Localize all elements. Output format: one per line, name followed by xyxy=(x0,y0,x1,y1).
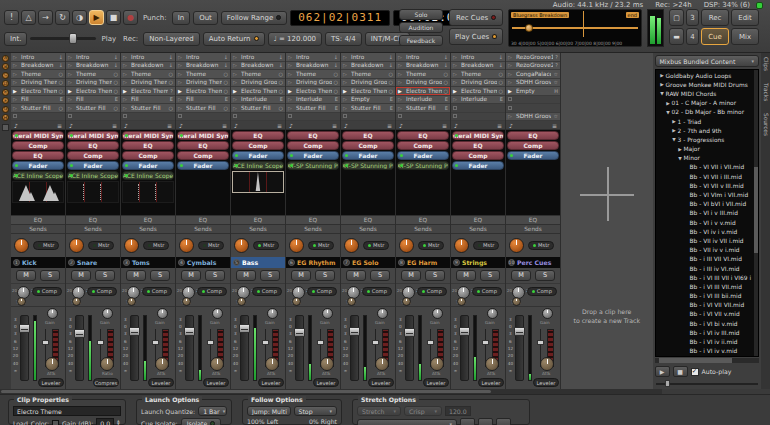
track-options-icon[interactable]: ≡ xyxy=(277,122,282,129)
auto-return-button[interactable]: Auto Return xyxy=(203,32,265,46)
clip-slot[interactable]: ▷Intro↓ xyxy=(341,53,395,62)
rec-cues-button[interactable]: Rec Cues xyxy=(449,9,503,26)
clip-play-icon[interactable]: ▷ xyxy=(343,79,349,85)
track-name-row[interactable]: 1Kick xyxy=(11,257,65,268)
comp-attack-knob[interactable] xyxy=(320,357,334,371)
comp-enable-button[interactable]: Comp xyxy=(307,287,337,296)
clip-play-icon[interactable]: ▷ xyxy=(453,96,459,102)
input-gain-knob[interactable] xyxy=(344,238,359,253)
time-signature-button[interactable]: TS: 4/4 xyxy=(325,32,362,46)
processor-xt-sp-stunning-pl[interactable]: XT-SP Stunning Pl xyxy=(397,161,449,170)
tree-expand-icon[interactable]: ▶ xyxy=(677,147,684,152)
clip-slot[interactable]: ▷Theme○ xyxy=(286,70,340,79)
eq-section-tab[interactable]: EQ xyxy=(286,215,340,224)
tree-item[interactable]: Bb - VI i v v.mid xyxy=(656,218,759,227)
comp-makeup-knob[interactable] xyxy=(72,297,81,306)
clip-slot[interactable]: ▶Electro Theme○ xyxy=(286,87,340,96)
comp-mode-button[interactable]: Leveler xyxy=(38,378,64,387)
track-name-row[interactable]: 3Toms xyxy=(121,257,175,268)
processor-eq[interactable]: EQ xyxy=(397,131,449,140)
cue-row-g-trigger-button[interactable]: G xyxy=(2,106,9,113)
clip-play-icon[interactable]: ▷ xyxy=(233,105,239,111)
clip-play-icon[interactable]: ▷ xyxy=(398,71,404,77)
makeup-gain-knob[interactable] xyxy=(322,308,333,319)
clip-slot[interactable]: ▷Stutter Fill○ xyxy=(176,104,230,113)
clip-slot[interactable]: ▷Breakdown↓ xyxy=(396,62,450,71)
tree-item[interactable]: Bb - i VI iv v.mid xyxy=(656,347,759,356)
clip-slot[interactable]: ▶Electro Theme○ xyxy=(231,87,285,96)
mute-button[interactable]: M xyxy=(346,270,366,281)
fader-handle[interactable] xyxy=(349,327,360,336)
clip-slot[interactable]: ▷InterludeE xyxy=(231,96,285,105)
cue-row-h-trigger-button[interactable]: H xyxy=(2,114,9,121)
sends-section-tab[interactable]: Sends xyxy=(286,224,340,233)
solo-button[interactable]: S xyxy=(150,270,170,281)
comp-makeup-knob[interactable] xyxy=(127,297,136,306)
fader-handle[interactable] xyxy=(129,327,140,336)
comp-makeup-knob[interactable] xyxy=(292,297,301,306)
processor-eq[interactable]: EQ xyxy=(67,141,119,150)
processor-xt-sp-stunning-pl[interactable]: XT-SP Stunning Pl xyxy=(287,161,339,170)
eq-section-tab[interactable]: EQ xyxy=(451,215,505,224)
new-track-drop-zone[interactable]: Drop a clip here to create a new Track xyxy=(561,53,653,389)
makeup-gain-knob[interactable] xyxy=(377,308,388,319)
processor-fader[interactable]: Fader xyxy=(397,151,449,160)
clip-play-icon[interactable]: ▷ xyxy=(123,79,129,85)
track-options-icon[interactable]: ≡ xyxy=(497,122,502,129)
tree-item[interactable]: Bb - i VI iv III.mid xyxy=(656,328,759,337)
clip-slot[interactable]: ▷Breakdown↓ xyxy=(231,62,285,71)
monitor-mono-icon[interactable]: ▬ xyxy=(669,28,684,45)
clip-slot[interactable]: ▷Driving Groove○ xyxy=(341,79,395,88)
clip-slot[interactable]: ▷Driving Theme○ xyxy=(121,79,175,88)
clip-play-icon[interactable]: ▷ xyxy=(13,105,19,111)
channel-fader[interactable] xyxy=(240,315,249,382)
eq-section-tab[interactable]: EQ xyxy=(231,215,285,224)
clip-slot[interactable]: ▶Electro Theme○ xyxy=(11,87,65,96)
comp-makeup-knob[interactable] xyxy=(182,297,191,306)
gain-spinner[interactable]: ▲▼ xyxy=(117,420,120,425)
clip-play-icon[interactable]: ▷ xyxy=(343,71,349,77)
clip-slot[interactable]: ▷Breakdown↓ xyxy=(176,62,230,71)
clip-slot[interactable]: ▷Breakdown↓ xyxy=(66,62,120,71)
clip-slot[interactable] xyxy=(451,104,505,113)
master-assign-button[interactable]: Mstr xyxy=(253,241,279,250)
input-gain-knob[interactable] xyxy=(509,238,524,253)
tree-item[interactable]: ▶1 - Triad xyxy=(656,117,759,126)
record-button[interactable]: ● xyxy=(123,10,138,25)
clip-playing-icon[interactable]: ▶ xyxy=(13,88,19,94)
comp-enable-button[interactable]: Comp xyxy=(527,287,557,296)
edit-page-button[interactable]: Edit xyxy=(731,9,759,26)
tree-item[interactable]: Bb - i VI VII VII.mid xyxy=(656,301,759,310)
clip-slot[interactable] xyxy=(341,113,395,122)
input-gain-knob[interactable] xyxy=(179,238,194,253)
comp-attack-knob[interactable] xyxy=(485,357,499,371)
clip-play-icon[interactable]: ▷ xyxy=(68,62,74,68)
inline-scope-display[interactable] xyxy=(232,171,284,193)
follow-jump-dropdown[interactable]: Jump: Multi▾ xyxy=(247,406,291,416)
clip-slot[interactable]: ▷Intro↓ xyxy=(66,53,120,62)
sends-section-tab[interactable]: Sends xyxy=(121,224,175,233)
input-gain-knob[interactable] xyxy=(234,238,249,253)
comp-makeup-knob[interactable] xyxy=(17,297,26,306)
clip-play-icon[interactable]: ▷ xyxy=(123,62,129,68)
clip-play-icon[interactable]: ▷ xyxy=(68,54,74,60)
clip-play-icon[interactable]: ▷ xyxy=(343,96,349,102)
processor-comp[interactable]: Comp xyxy=(397,141,449,150)
midi-panic-icon[interactable]: ! xyxy=(4,10,19,25)
sends-section-tab[interactable]: Sends xyxy=(66,224,120,233)
channel-fader[interactable] xyxy=(295,315,304,382)
comp-enable-button[interactable]: Comp xyxy=(197,287,227,296)
mute-button[interactable]: M xyxy=(181,270,201,281)
clip-playing-icon[interactable]: ▶ xyxy=(178,88,184,94)
processor-ace-inline-scope[interactable]: ACE Inline Scope xyxy=(12,171,64,180)
clip-play-icon[interactable]: ▷ xyxy=(68,79,74,85)
clip-play-icon[interactable]: ▷ xyxy=(178,105,184,111)
makeup-gain-knob[interactable] xyxy=(102,308,113,319)
tree-item[interactable]: Bb - i VI III VII i VI69 i xyxy=(656,273,759,282)
clip-slot[interactable]: ▷Theme○ xyxy=(231,70,285,79)
fader-handle[interactable] xyxy=(19,324,30,333)
solo-button[interactable]: Solo xyxy=(399,9,443,20)
tree-item[interactable]: Bb - VI VII i III.mid xyxy=(656,172,759,181)
processor-general-midi-synth[interactable]: General MIDI Synth xyxy=(122,131,174,140)
clip-play-icon[interactable]: ▷ xyxy=(288,105,294,111)
